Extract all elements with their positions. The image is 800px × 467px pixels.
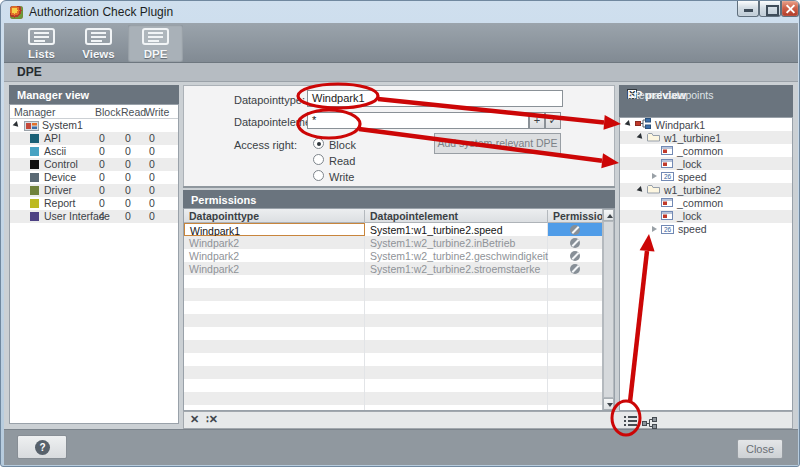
cell-permission[interactable] — [548, 249, 602, 262]
cell-datapointelement[interactable] — [365, 366, 548, 379]
permission-empty-row[interactable] — [184, 353, 614, 366]
cell-datapointtype[interactable] — [184, 340, 365, 353]
cell-datapointtype[interactable]: Windpark2 — [184, 262, 365, 275]
permission-empty-row[interactable] — [184, 301, 614, 314]
radio-write[interactable] — [313, 170, 324, 181]
cell-permission[interactable] — [548, 353, 602, 366]
titlebar[interactable]: Authorization Check Plugin — [1, 1, 799, 23]
expander-open-icon[interactable] — [636, 133, 647, 142]
dp-tree-node-common[interactable]: _common — [620, 144, 792, 157]
cell-datapointtype[interactable] — [184, 327, 365, 340]
cell-datapointtype[interactable] — [184, 301, 365, 314]
cell-datapointelement[interactable] — [365, 379, 548, 392]
toolbar-button-views[interactable]: Views — [71, 25, 126, 62]
expander-open-icon[interactable] — [636, 186, 647, 195]
radio-read[interactable] — [313, 154, 324, 165]
cell-datapointelement[interactable]: System1:w2_turbine2.stroemstaerke — [365, 262, 548, 275]
cell-datapointelement[interactable] — [365, 275, 548, 288]
cell-datapointelement[interactable] — [365, 392, 548, 405]
cell-datapointtype[interactable]: Windpark2 — [184, 249, 365, 262]
expander-open-icon[interactable] — [624, 120, 635, 129]
dp-tree-node-common[interactable]: _common — [620, 197, 792, 210]
dp-tree-node-Windpark1[interactable]: Windpark1 — [620, 118, 792, 131]
dp-tree-node-speed[interactable]: 26speed — [620, 223, 792, 236]
permission-row[interactable]: Windpark1System1:w1_turbine2.speed — [184, 223, 614, 236]
cell-permission[interactable] — [548, 301, 602, 314]
cell-datapointtype[interactable] — [184, 379, 365, 392]
expander-closed-icon[interactable] — [650, 225, 661, 234]
manager-row[interactable]: Device000 — [10, 171, 178, 184]
close-window-button[interactable] — [781, 1, 799, 17]
cell-datapointelement[interactable]: System1:w2_turbine2.geschwindigkeit — [365, 249, 548, 262]
cell-datapointelement[interactable]: System1:w2_turbine2.inBetrieb — [365, 236, 548, 249]
cell-datapointelement[interactable] — [365, 288, 548, 301]
permission-row[interactable]: Windpark2System1:w2_turbine2.geschwindig… — [184, 249, 614, 262]
manager-row[interactable]: Ascii000 — [10, 145, 178, 158]
add-element-button[interactable]: + — [529, 112, 545, 129]
permission-empty-row[interactable] — [184, 275, 614, 288]
toolbar-button-dpe[interactable]: DPE — [128, 25, 183, 62]
cell-permission[interactable] — [548, 236, 602, 249]
dp-tree-node-w1_turbine1[interactable]: w1_turbine1 — [620, 131, 792, 144]
delete-row-icon[interactable]: ✕ — [190, 413, 199, 426]
manager-row[interactable]: Report000 — [10, 197, 178, 210]
help-button[interactable]: ? — [17, 435, 67, 459]
dp-tree-node-lock[interactable]: _lock — [620, 210, 792, 223]
scrollbar-thumb[interactable] — [603, 221, 614, 398]
maximize-button[interactable] — [759, 1, 781, 17]
permission-empty-row[interactable] — [184, 379, 614, 392]
toolbar-button-lists[interactable]: Lists — [14, 25, 69, 62]
cell-permission[interactable] — [548, 366, 602, 379]
cell-datapointtype[interactable]: Windpark2 — [184, 236, 365, 249]
manager-row[interactable]: User Interface400 — [10, 210, 178, 223]
permission-empty-row[interactable] — [184, 392, 614, 405]
expander-open-icon[interactable] — [13, 121, 21, 129]
cell-permission[interactable] — [548, 262, 602, 275]
datapointelement-input[interactable]: * — [307, 112, 529, 129]
cell-permission[interactable] — [548, 392, 602, 405]
cell-datapointelement[interactable] — [365, 340, 548, 353]
cell-datapointtype[interactable] — [184, 353, 365, 366]
cell-datapointtype[interactable] — [184, 366, 365, 379]
delete-all-rows-icon[interactable]: ∶✕ — [206, 413, 218, 426]
cell-datapointtype[interactable] — [184, 314, 365, 327]
cell-permission[interactable] — [548, 327, 602, 340]
close-button[interactable]: Close — [737, 439, 783, 459]
expander-closed-icon[interactable] — [650, 172, 661, 181]
cell-permission[interactable] — [548, 379, 602, 392]
manager-row[interactable]: API000 — [10, 132, 178, 145]
cell-permission[interactable] — [548, 314, 602, 327]
cell-datapointelement[interactable] — [365, 314, 548, 327]
manager-row[interactable]: Driver000 — [10, 184, 178, 197]
cell-datapointelement[interactable] — [365, 353, 548, 366]
cell-permission[interactable] — [548, 223, 602, 236]
permission-row[interactable]: Windpark2System1:w2_turbine2.inBetrieb — [184, 236, 614, 249]
cell-permission[interactable] — [548, 288, 602, 301]
scroll-up-icon[interactable] — [603, 209, 614, 221]
scroll-down-icon[interactable] — [603, 398, 614, 410]
confirm-element-button[interactable]: ✓ — [545, 112, 561, 129]
dp-tree-node-w1_turbine2[interactable]: w1_turbine2 — [620, 183, 792, 196]
cell-datapointtype[interactable] — [184, 288, 365, 301]
cell-permission[interactable] — [548, 275, 602, 288]
permission-empty-row[interactable] — [184, 340, 614, 353]
cell-datapointelement[interactable] — [365, 301, 548, 314]
permission-row[interactable]: Windpark2System1:w2_turbine2.stroemstaer… — [184, 262, 614, 275]
add-system-relevant-dpe-button[interactable]: Add system-relevant DPE — [434, 133, 561, 154]
permission-empty-row[interactable] — [184, 327, 614, 340]
permissions-scrollbar[interactable] — [602, 209, 614, 410]
dp-tree-node-speed[interactable]: 26speed — [620, 170, 792, 183]
permission-empty-row[interactable] — [184, 288, 614, 301]
permission-empty-row[interactable] — [184, 366, 614, 379]
minimize-button[interactable] — [737, 1, 759, 17]
cell-datapointelement[interactable] — [365, 327, 548, 340]
datapointtype-input[interactable]: Windpark1 — [307, 90, 563, 107]
permission-empty-row[interactable] — [184, 314, 614, 327]
dp-tree-node-lock[interactable]: _lock — [620, 157, 792, 170]
manager-row[interactable]: Control000 — [10, 158, 178, 171]
cell-datapointtype[interactable]: Windpark1 — [184, 223, 365, 236]
list-view-icon[interactable] — [624, 415, 638, 426]
cell-permission[interactable] — [548, 340, 602, 353]
cell-datapointtype[interactable] — [184, 392, 365, 405]
radio-block[interactable] — [313, 138, 324, 149]
